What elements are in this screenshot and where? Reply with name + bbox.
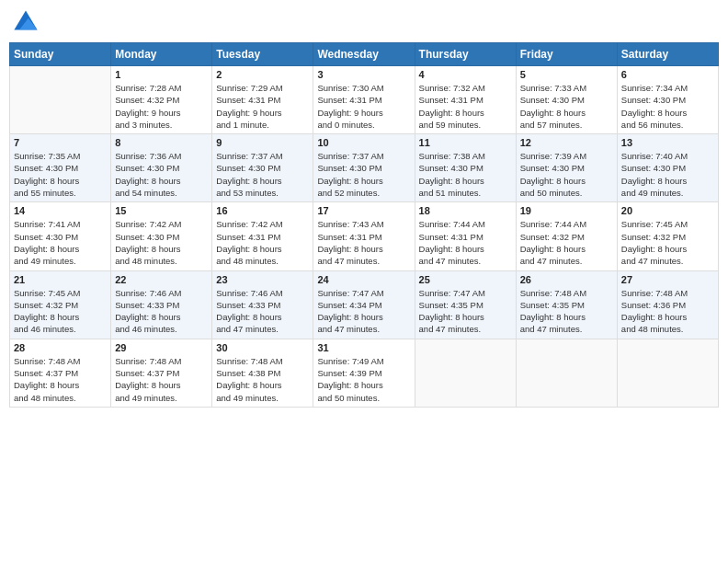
calendar-cell: 17Sunrise: 7:43 AM Sunset: 4:31 PM Dayli… (313, 202, 415, 270)
calendar-week-4: 21Sunrise: 7:45 AM Sunset: 4:32 PM Dayli… (10, 270, 719, 339)
day-number: 13 (621, 137, 714, 148)
day-info: Sunrise: 7:47 AM Sunset: 4:34 PM Dayligh… (317, 287, 410, 336)
calendar-header-row: SundayMondayTuesdayWednesdayThursdayFrid… (10, 43, 719, 66)
day-info: Sunrise: 7:49 AM Sunset: 4:39 PM Dayligh… (317, 355, 410, 404)
day-info: Sunrise: 7:47 AM Sunset: 4:35 PM Dayligh… (419, 287, 512, 336)
day-number: 21 (14, 274, 107, 285)
day-info: Sunrise: 7:34 AM Sunset: 4:30 PM Dayligh… (621, 82, 714, 131)
calendar-cell: 31Sunrise: 7:49 AM Sunset: 4:39 PM Dayli… (313, 339, 415, 407)
calendar-cell: 23Sunrise: 7:46 AM Sunset: 4:33 PM Dayli… (212, 270, 313, 339)
page-header (9, 9, 719, 35)
calendar-week-3: 14Sunrise: 7:41 AM Sunset: 4:30 PM Dayli… (10, 202, 719, 270)
day-info: Sunrise: 7:41 AM Sunset: 4:30 PM Dayligh… (14, 218, 107, 267)
day-info: Sunrise: 7:48 AM Sunset: 4:37 PM Dayligh… (115, 355, 208, 404)
day-info: Sunrise: 7:43 AM Sunset: 4:31 PM Dayligh… (317, 218, 410, 267)
calendar-cell (617, 339, 718, 407)
calendar-cell: 10Sunrise: 7:37 AM Sunset: 4:30 PM Dayli… (313, 134, 415, 202)
calendar-cell: 16Sunrise: 7:42 AM Sunset: 4:31 PM Dayli… (212, 202, 313, 270)
day-number: 6 (621, 69, 714, 80)
day-number: 7 (14, 137, 107, 148)
calendar-cell (415, 339, 516, 407)
calendar-cell: 24Sunrise: 7:47 AM Sunset: 4:34 PM Dayli… (313, 270, 415, 339)
day-number: 15 (115, 205, 208, 216)
day-number: 27 (621, 274, 714, 285)
day-number: 1 (115, 69, 208, 80)
calendar-cell: 3Sunrise: 7:30 AM Sunset: 4:31 PM Daylig… (313, 66, 415, 134)
day-info: Sunrise: 7:42 AM Sunset: 4:31 PM Dayligh… (216, 218, 309, 267)
calendar-cell: 15Sunrise: 7:42 AM Sunset: 4:30 PM Dayli… (111, 202, 212, 270)
day-info: Sunrise: 7:32 AM Sunset: 4:31 PM Dayligh… (419, 82, 512, 131)
day-number: 8 (115, 137, 208, 148)
day-number: 20 (621, 205, 714, 216)
day-info: Sunrise: 7:48 AM Sunset: 4:38 PM Dayligh… (216, 355, 309, 404)
header-friday: Friday (516, 43, 617, 66)
day-number: 30 (216, 342, 309, 353)
day-info: Sunrise: 7:48 AM Sunset: 4:37 PM Dayligh… (14, 355, 107, 404)
calendar-cell: 14Sunrise: 7:41 AM Sunset: 4:30 PM Dayli… (10, 202, 111, 270)
calendar-week-5: 28Sunrise: 7:48 AM Sunset: 4:37 PM Dayli… (10, 339, 719, 407)
calendar-cell: 8Sunrise: 7:36 AM Sunset: 4:30 PM Daylig… (111, 134, 212, 202)
day-info: Sunrise: 7:44 AM Sunset: 4:32 PM Dayligh… (520, 218, 613, 267)
calendar-cell (516, 339, 617, 407)
header-wednesday: Wednesday (313, 43, 415, 66)
calendar-cell: 25Sunrise: 7:47 AM Sunset: 4:35 PM Dayli… (415, 270, 516, 339)
day-number: 18 (419, 205, 512, 216)
day-info: Sunrise: 7:37 AM Sunset: 4:30 PM Dayligh… (216, 150, 309, 199)
day-number: 24 (317, 274, 410, 285)
header-sunday: Sunday (10, 43, 111, 66)
day-info: Sunrise: 7:37 AM Sunset: 4:30 PM Dayligh… (317, 150, 410, 199)
day-info: Sunrise: 7:42 AM Sunset: 4:30 PM Dayligh… (115, 218, 208, 267)
calendar-cell: 28Sunrise: 7:48 AM Sunset: 4:37 PM Dayli… (10, 339, 111, 407)
day-number: 25 (419, 274, 512, 285)
header-thursday: Thursday (415, 43, 516, 66)
logo (13, 9, 42, 35)
day-info: Sunrise: 7:44 AM Sunset: 4:31 PM Dayligh… (419, 218, 512, 267)
calendar-cell: 1Sunrise: 7:28 AM Sunset: 4:32 PM Daylig… (111, 66, 212, 134)
calendar-table: SundayMondayTuesdayWednesdayThursdayFrid… (9, 42, 719, 408)
calendar-cell: 26Sunrise: 7:48 AM Sunset: 4:35 PM Dayli… (516, 270, 617, 339)
calendar-cell: 13Sunrise: 7:40 AM Sunset: 4:30 PM Dayli… (617, 134, 718, 202)
day-number: 29 (115, 342, 208, 353)
day-info: Sunrise: 7:46 AM Sunset: 4:33 PM Dayligh… (115, 287, 208, 336)
day-info: Sunrise: 7:45 AM Sunset: 4:32 PM Dayligh… (14, 287, 107, 336)
day-number: 16 (216, 205, 309, 216)
day-info: Sunrise: 7:36 AM Sunset: 4:30 PM Dayligh… (115, 150, 208, 199)
calendar-cell: 11Sunrise: 7:38 AM Sunset: 4:30 PM Dayli… (415, 134, 516, 202)
header-saturday: Saturday (617, 43, 718, 66)
day-info: Sunrise: 7:29 AM Sunset: 4:31 PM Dayligh… (216, 82, 309, 131)
day-number: 31 (317, 342, 410, 353)
day-number: 14 (14, 205, 107, 216)
day-info: Sunrise: 7:33 AM Sunset: 4:30 PM Dayligh… (520, 82, 613, 131)
header-monday: Monday (111, 43, 212, 66)
day-number: 23 (216, 274, 309, 285)
day-info: Sunrise: 7:46 AM Sunset: 4:33 PM Dayligh… (216, 287, 309, 336)
day-number: 11 (419, 137, 512, 148)
day-info: Sunrise: 7:30 AM Sunset: 4:31 PM Dayligh… (317, 82, 410, 131)
calendar-cell: 4Sunrise: 7:32 AM Sunset: 4:31 PM Daylig… (415, 66, 516, 134)
calendar-cell: 12Sunrise: 7:39 AM Sunset: 4:30 PM Dayli… (516, 134, 617, 202)
day-info: Sunrise: 7:28 AM Sunset: 4:32 PM Dayligh… (115, 82, 208, 131)
day-number: 12 (520, 137, 613, 148)
day-number: 19 (520, 205, 613, 216)
header-tuesday: Tuesday (212, 43, 313, 66)
calendar-week-2: 7Sunrise: 7:35 AM Sunset: 4:30 PM Daylig… (10, 134, 719, 202)
calendar-cell: 2Sunrise: 7:29 AM Sunset: 4:31 PM Daylig… (212, 66, 313, 134)
day-number: 17 (317, 205, 410, 216)
day-number: 22 (115, 274, 208, 285)
day-info: Sunrise: 7:45 AM Sunset: 4:32 PM Dayligh… (621, 218, 714, 267)
calendar-cell: 29Sunrise: 7:48 AM Sunset: 4:37 PM Dayli… (111, 339, 212, 407)
calendar-cell: 22Sunrise: 7:46 AM Sunset: 4:33 PM Dayli… (111, 270, 212, 339)
day-number: 10 (317, 137, 410, 148)
calendar-cell: 30Sunrise: 7:48 AM Sunset: 4:38 PM Dayli… (212, 339, 313, 407)
calendar-cell: 27Sunrise: 7:48 AM Sunset: 4:36 PM Dayli… (617, 270, 718, 339)
day-info: Sunrise: 7:48 AM Sunset: 4:35 PM Dayligh… (520, 287, 613, 336)
day-info: Sunrise: 7:38 AM Sunset: 4:30 PM Dayligh… (419, 150, 512, 199)
calendar-week-1: 1Sunrise: 7:28 AM Sunset: 4:32 PM Daylig… (10, 66, 719, 134)
day-number: 3 (317, 69, 410, 80)
day-number: 28 (14, 342, 107, 353)
calendar-cell: 19Sunrise: 7:44 AM Sunset: 4:32 PM Dayli… (516, 202, 617, 270)
day-number: 4 (419, 69, 512, 80)
day-number: 26 (520, 274, 613, 285)
day-info: Sunrise: 7:39 AM Sunset: 4:30 PM Dayligh… (520, 150, 613, 199)
calendar-cell: 20Sunrise: 7:45 AM Sunset: 4:32 PM Dayli… (617, 202, 718, 270)
